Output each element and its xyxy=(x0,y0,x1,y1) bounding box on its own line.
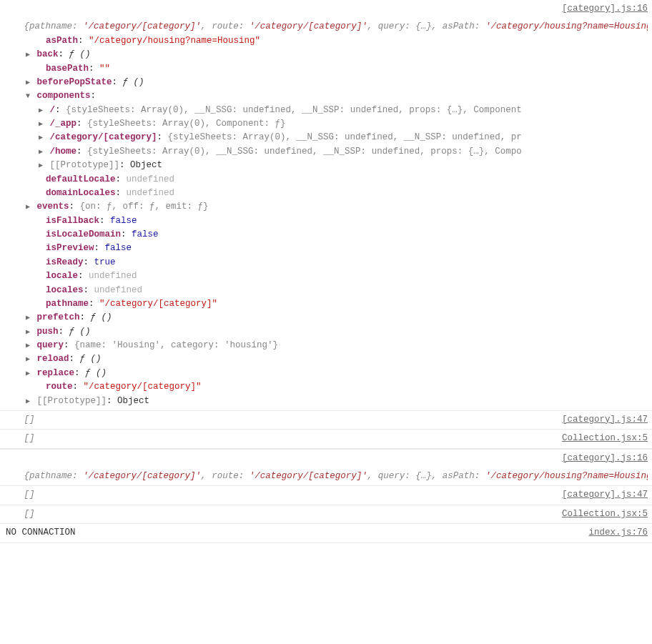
prop-replace[interactable]: replace: ƒ () xyxy=(20,367,648,380)
prop-isPreview[interactable]: isPreview: false xyxy=(20,242,648,255)
caret-right-icon[interactable] xyxy=(24,77,31,89)
prop-route[interactable]: route: "/category/[category]" xyxy=(20,380,648,394)
array-preview[interactable]: [] xyxy=(24,433,35,443)
caret-right-icon[interactable] xyxy=(24,340,31,352)
prop-defaultLocale[interactable]: defaultLocale: undefined xyxy=(20,173,648,187)
caret-right-icon[interactable] xyxy=(24,396,31,407)
caret-down-icon[interactable] xyxy=(24,91,31,102)
log-router-object-collapsed: {pathname: '/category/[category]', route… xyxy=(0,467,652,486)
array-preview[interactable]: [] xyxy=(24,490,35,500)
source-link-row: [category].js:16 xyxy=(0,449,652,467)
log-empty-array: [] [category].js:47 xyxy=(0,411,652,430)
caret-right-icon[interactable] xyxy=(24,327,31,338)
log-router-object: {pathname: '/category/[category]', route… xyxy=(0,18,652,411)
prop-asPath[interactable]: asPath: "/category/housing?name=Housing" xyxy=(20,34,648,48)
prop-domainLocales[interactable]: domainLocales: undefined xyxy=(20,187,648,200)
source-link[interactable]: Collection.jsx:5 xyxy=(562,433,648,443)
prop-isFallback[interactable]: isFallback: false xyxy=(20,214,648,228)
components-home[interactable]: /home: {styleSheets: Array(0), __N_SSG: … xyxy=(20,145,648,159)
caret-right-icon[interactable] xyxy=(24,312,31,324)
caret-right-icon[interactable] xyxy=(37,105,44,117)
devtools-console: [category].js:16 {pathname: '/category/[… xyxy=(0,0,652,543)
caret-right-icon[interactable] xyxy=(37,119,44,130)
array-preview[interactable]: [] xyxy=(24,415,35,425)
prop-isReady[interactable]: isReady: true xyxy=(20,256,648,269)
prop-pathname[interactable]: pathname: "/category/[category]" xyxy=(20,297,648,311)
log-empty-array: [] Collection.jsx:5 xyxy=(0,430,652,448)
prop-basePath[interactable]: basePath: "" xyxy=(20,62,648,76)
source-link-row: [category].js:16 xyxy=(0,0,652,18)
caret-right-icon[interactable] xyxy=(37,132,44,144)
prop-events[interactable]: events: {on: ƒ, off: ƒ, emit: ƒ} xyxy=(20,200,648,214)
prop-back[interactable]: back: ƒ () xyxy=(20,48,648,61)
components-slash[interactable]: /: {styleSheets: Array(0), __N_SSG: unde… xyxy=(20,104,648,117)
components-category[interactable]: /category/[category]: {styleSheets: Arra… xyxy=(20,131,648,144)
prop-locale[interactable]: locale: undefined xyxy=(20,269,648,283)
prop-prototype[interactable]: [[Prototype]]: Object xyxy=(20,395,648,408)
prop-components[interactable]: components: xyxy=(20,89,648,103)
caret-right-icon[interactable] xyxy=(24,354,31,365)
prop-push[interactable]: push: ƒ () xyxy=(20,325,648,339)
array-preview[interactable]: [] xyxy=(24,509,35,519)
log-message: NO CONNACTION xyxy=(6,527,76,538)
log-text: NO CONNACTION index.js:76 xyxy=(0,524,652,543)
prop-query[interactable]: query: {name: 'Housing', category: 'hous… xyxy=(20,339,648,352)
object-preview[interactable]: {pathname: '/category/[category]', route… xyxy=(24,471,648,481)
prop-isLocaleDomain[interactable]: isLocaleDomain: false xyxy=(20,228,648,242)
log-empty-array: [] Collection.jsx:5 xyxy=(0,505,652,524)
caret-right-icon[interactable] xyxy=(37,147,44,158)
components-prototype[interactable]: [[Prototype]]: Object xyxy=(20,159,648,172)
source-link[interactable]: [category].js:16 xyxy=(562,4,648,14)
caret-right-icon[interactable] xyxy=(37,160,44,172)
source-link[interactable]: [category].js:47 xyxy=(562,415,648,425)
log-empty-array: [] [category].js:47 xyxy=(0,486,652,505)
source-link[interactable]: [category].js:47 xyxy=(562,490,648,500)
object-preview-line[interactable]: {pathname: '/category/[category]', route… xyxy=(20,20,648,34)
caret-right-icon[interactable] xyxy=(24,202,31,213)
caret-right-icon[interactable] xyxy=(24,368,31,380)
prop-reload[interactable]: reload: ƒ () xyxy=(20,352,648,366)
source-link[interactable]: index.js:76 xyxy=(588,527,648,538)
prop-beforePopState[interactable]: beforePopState: ƒ () xyxy=(20,76,648,89)
prop-locales[interactable]: locales: undefined xyxy=(20,284,648,297)
source-link[interactable]: [category].js:16 xyxy=(562,453,648,463)
components-app[interactable]: /_app: {styleSheets: Array(0), Component… xyxy=(20,117,648,131)
source-link[interactable]: Collection.jsx:5 xyxy=(562,509,648,519)
prop-prefetch[interactable]: prefetch: ƒ () xyxy=(20,311,648,325)
caret-right-icon[interactable] xyxy=(24,49,31,61)
